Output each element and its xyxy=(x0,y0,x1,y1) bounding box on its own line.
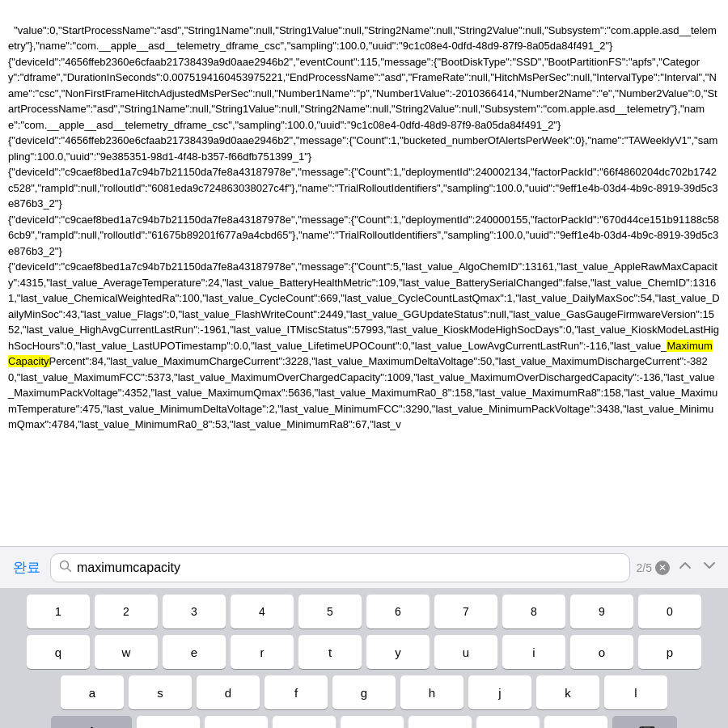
qwerty-key-row: q w e r t y u i o p xyxy=(3,635,725,669)
bottom-key-row: ⇧ z x c v b n m ⌫ xyxy=(3,716,725,728)
clear-search-button[interactable]: ✕ xyxy=(655,561,670,575)
key-7[interactable]: 7 xyxy=(434,595,497,629)
text-after-highlight-1: Percent":84,"last_value_MaximumChargeCur… xyxy=(8,355,717,430)
text-content-area: "value":0,"StartProcessName":"asd","Stri… xyxy=(0,0,728,546)
done-button[interactable]: 완료 xyxy=(10,558,44,577)
key-f[interactable]: f xyxy=(265,675,328,709)
key-q[interactable]: q xyxy=(27,635,90,669)
key-a[interactable]: a xyxy=(61,675,124,709)
key-h[interactable]: h xyxy=(400,675,463,709)
key-e[interactable]: e xyxy=(163,635,226,669)
key-c[interactable]: c xyxy=(273,716,336,728)
key-v[interactable]: v xyxy=(341,716,404,728)
key-t[interactable]: t xyxy=(298,635,362,669)
search-bar: 완료 2/5 ✕ xyxy=(0,546,728,588)
key-p[interactable]: p xyxy=(638,635,701,669)
key-9[interactable]: 9 xyxy=(570,595,633,629)
key-6[interactable]: 6 xyxy=(366,595,430,629)
key-m[interactable]: m xyxy=(544,716,607,728)
next-match-button[interactable] xyxy=(700,558,718,577)
key-backspace[interactable]: ⌫ xyxy=(612,716,677,728)
search-navigation-buttons xyxy=(676,558,718,577)
key-l[interactable]: l xyxy=(604,675,667,709)
key-y[interactable]: y xyxy=(366,635,430,669)
key-5[interactable]: 5 xyxy=(298,595,362,629)
key-3[interactable]: 3 xyxy=(163,595,226,629)
key-o[interactable]: o xyxy=(570,635,633,669)
key-d[interactable]: d xyxy=(197,675,260,709)
key-i[interactable]: i xyxy=(502,635,565,669)
key-2[interactable]: 2 xyxy=(95,595,158,629)
key-x[interactable]: x xyxy=(205,716,268,728)
text-before-highlight: "value":0,"StartProcessName":"asd","Stri… xyxy=(8,24,720,352)
key-w[interactable]: w xyxy=(95,635,158,669)
key-k[interactable]: k xyxy=(536,675,599,709)
key-z[interactable]: z xyxy=(137,716,200,728)
asdf-key-row: a s d f g h j k l xyxy=(3,675,725,709)
key-r[interactable]: r xyxy=(231,635,294,669)
key-8[interactable]: 8 xyxy=(502,595,565,629)
key-s[interactable]: s xyxy=(129,675,192,709)
key-4[interactable]: 4 xyxy=(231,595,294,629)
key-shift[interactable]: ⇧ xyxy=(51,716,132,728)
number-key-row: 1 2 3 4 5 6 7 8 9 0 xyxy=(3,595,725,629)
search-input-container xyxy=(50,553,630,582)
key-b[interactable]: b xyxy=(408,716,472,728)
key-n[interactable]: n xyxy=(476,716,540,728)
key-u[interactable]: u xyxy=(434,635,497,669)
key-1[interactable]: 1 xyxy=(27,595,90,629)
search-input[interactable] xyxy=(77,561,621,575)
keyboard: 1 2 3 4 5 6 7 8 9 0 q w e r t y u i o p … xyxy=(0,588,728,728)
match-count-display: 2/5 ✕ xyxy=(637,561,670,575)
key-0[interactable]: 0 xyxy=(638,595,701,629)
key-j[interactable]: j xyxy=(468,675,531,709)
search-magnifier-icon xyxy=(59,560,72,576)
svg-line-1 xyxy=(68,568,71,571)
match-count-text: 2/5 xyxy=(637,561,652,574)
key-g[interactable]: g xyxy=(332,675,396,709)
previous-match-button[interactable] xyxy=(676,558,694,577)
